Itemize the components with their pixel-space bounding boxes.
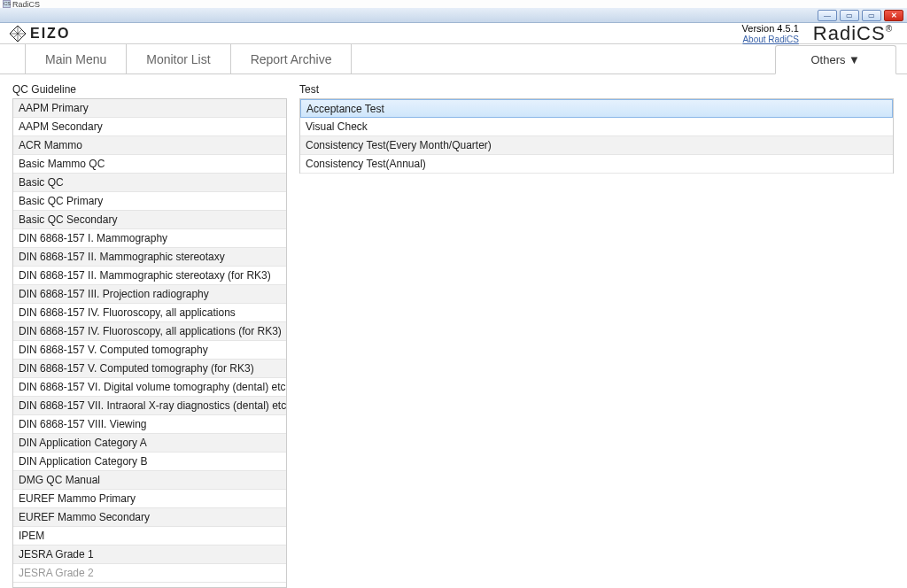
tab-main-menu[interactable]: Main Menu (25, 44, 127, 74)
eizo-logo: EIZO (9, 25, 70, 43)
test-list[interactable]: Acceptance TestVisual CheckConsistency T… (299, 98, 894, 174)
guideline-row[interactable]: DIN 6868-157 II. Mammographic stereotaxy (13, 248, 286, 267)
guideline-row[interactable]: DIN 6868-157 IV. Fluoroscopy, all applic… (13, 322, 286, 341)
restore-button[interactable]: ▭ (840, 10, 859, 21)
guideline-row[interactable]: DIN 6868-157 V. Computed tomography (13, 341, 286, 360)
guideline-row[interactable]: DIN Application Category B (13, 453, 286, 471)
version-block: Version 4.5.1 About RadiCS (742, 23, 799, 44)
eizo-text: EIZO (30, 26, 70, 42)
app-title: RadiCS (12, 0, 907, 9)
guideline-row[interactable]: JESRA Grade 2 (13, 564, 286, 583)
tab-report-archive[interactable]: Report Archive (231, 44, 353, 74)
guideline-row[interactable]: Basic QC (13, 174, 286, 192)
guideline-row[interactable]: AAPM Primary (13, 99, 286, 118)
guideline-row[interactable]: Basic Mammo QC (13, 155, 286, 174)
test-row[interactable]: Visual Check (300, 118, 893, 136)
close-button[interactable]: ✕ (884, 10, 903, 21)
tab-others[interactable]: Others ▼ (775, 45, 897, 74)
guideline-row[interactable]: DIN 6868-157 II. Mammographic stereotaxy… (13, 267, 286, 285)
eizo-diamond-icon (9, 25, 27, 43)
guideline-row[interactable]: EUREF Mammo Primary (13, 490, 286, 508)
guideline-row[interactable]: DIN 6868-157 VI. Digital volume tomograp… (13, 378, 286, 397)
guideline-row[interactable]: DMG QC Manual (13, 471, 286, 490)
guideline-row[interactable]: JESRA Grade 1 (13, 545, 286, 564)
guideline-row[interactable]: DIN 6868-157 III. Projection radiography (13, 285, 286, 304)
app-icon: CS (3, 0, 11, 8)
maximize-button[interactable]: ▭ (862, 10, 881, 21)
qc-guideline-list[interactable]: AAPM PrimaryAAPM SecondaryACR MammoBasic… (12, 98, 287, 588)
about-link[interactable]: About RadiCS (742, 35, 798, 44)
guideline-row[interactable]: AAPM Secondary (13, 118, 286, 136)
guideline-row[interactable]: Basic QC Primary (13, 192, 286, 211)
guideline-row[interactable]: DIN 6868-157 VIII. Viewing (13, 415, 286, 434)
guideline-row[interactable]: DIN 6868-157 I. Mammography (13, 229, 286, 248)
main-nav: Main MenuMonitor ListReport Archive Othe… (0, 44, 907, 74)
guideline-row[interactable]: Basic QC Secondary (13, 211, 286, 229)
tab-monitor-list[interactable]: Monitor List (127, 44, 230, 74)
test-row[interactable]: Consistency Test(Annual) (300, 155, 893, 174)
test-header: Test (299, 81, 894, 98)
guideline-row[interactable]: DIN 6868-157 VII. Intraoral X-ray diagno… (13, 397, 286, 415)
radics-brand: RadiCS (813, 22, 893, 45)
version-text: Version 4.5.1 (742, 23, 799, 34)
guideline-row[interactable]: DIN 6868-157 IV. Fluoroscopy, all applic… (13, 304, 286, 322)
main-content: QC Guideline AAPM PrimaryAAPM SecondaryA… (0, 74, 907, 588)
minimize-button[interactable]: — (818, 10, 837, 21)
guideline-row[interactable]: IPEM (13, 527, 286, 545)
guideline-row[interactable]: EUREF Mammo Secondary (13, 508, 286, 527)
os-window-controls: — ▭ ▭ ✕ (0, 8, 907, 23)
guideline-row[interactable]: DIN 6868-157 V. Computed tomography (for… (13, 360, 286, 378)
app-titlebar: CS RadiCS (0, 0, 907, 8)
guideline-row[interactable]: ACR Mammo (13, 136, 286, 155)
guideline-row[interactable]: DIN Application Category A (13, 434, 286, 453)
app-header: EIZO Version 4.5.1 About RadiCS RadiCS (0, 23, 907, 44)
qc-guideline-header: QC Guideline (12, 81, 287, 98)
test-row[interactable]: Acceptance Test (300, 99, 893, 118)
test-row[interactable]: Consistency Test(Every Month/Quarter) (300, 136, 893, 155)
